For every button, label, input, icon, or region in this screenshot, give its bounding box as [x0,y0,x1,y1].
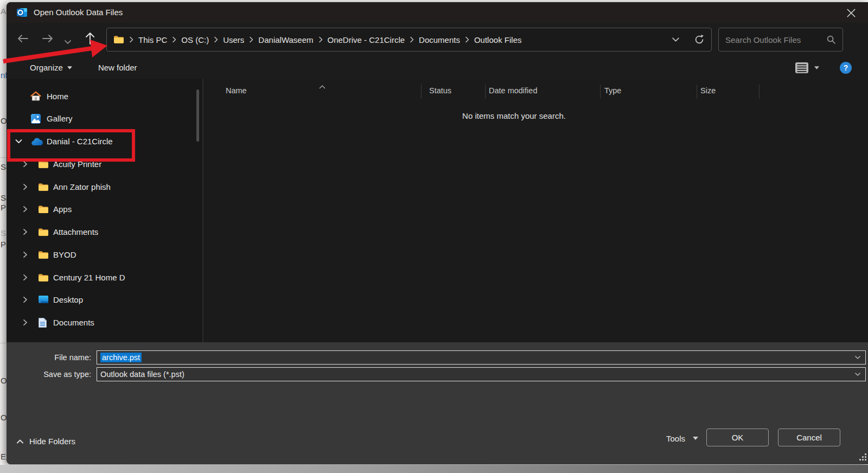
folder-icon[interactable] [113,35,124,44]
cancel-button[interactable]: Cancel [778,429,840,446]
chevron-right-icon [410,36,414,43]
chevron-right-icon[interactable] [23,251,28,258]
save-as-type-value: Outlook data files (*.pst) [100,370,184,379]
chevron-right-icon[interactable] [23,206,28,213]
chevron-right-icon[interactable] [23,228,28,235]
chevron-right-icon[interactable] [23,319,28,326]
folder-icon [38,228,49,237]
breadcrumb-segment[interactable]: Users [223,35,244,44]
column-header-type[interactable]: Type [604,86,621,95]
save-as-type-row: Save as type: Outlook data files (*.pst) [7,367,868,381]
file-name-input[interactable]: archive.pst [97,350,866,365]
sidebar-item-label: BYOD [53,250,76,259]
recent-locations-chevron-icon[interactable] [64,37,72,47]
address-dropdown-chevron-icon[interactable] [672,37,680,42]
breadcrumb-segment[interactable]: DanialWaseem [258,35,313,44]
chevron-right-icon [249,36,253,43]
hide-folders-button[interactable]: Hide Folders [16,434,75,448]
background-window-strip [0,465,868,473]
view-options-caret-icon[interactable] [814,66,819,69]
sidebar-item-gallery[interactable]: Gallery [7,107,202,130]
chevron-right-icon[interactable] [23,274,28,281]
save-as-type-select[interactable]: Outlook data files (*.pst) [97,367,866,381]
main-area: Home Gallery Danial - C21Circle [7,79,868,342]
column-header-date-modified[interactable]: Date modified [489,86,537,95]
sidebar-item-apps[interactable]: Apps [7,198,202,220]
folder-icon [38,205,49,214]
breadcrumb-segment[interactable]: OS (C:) [181,35,209,44]
column-header-status[interactable]: Status [429,86,451,95]
dropdown-caret-icon [67,66,72,69]
file-name-label: File name: [7,350,91,365]
address-bar[interactable]: This PC OS (C:) Users DanialWaseem OneDr… [106,28,712,52]
help-icon[interactable]: ? [840,62,852,74]
sidebar-item-ann-zator-phish[interactable]: Ann Zator phish [7,176,202,198]
dialog-title: Open Outlook Data Files [34,8,123,17]
back-icon[interactable] [16,33,29,46]
chevron-right-icon [214,36,218,43]
column-header-name[interactable]: Name [226,86,247,95]
dropdown-caret-icon [693,437,698,440]
breadcrumb-segment[interactable]: OneDrive - C21Circle [328,35,405,44]
breadcrumb: This PC OS (C:) Users DanialWaseem OneDr… [113,35,521,44]
sidebar-item-documents[interactable]: Documents [7,311,202,334]
close-icon[interactable] [846,8,856,18]
sidebar-item-label: Desktop [53,295,83,304]
chevron-up-icon [16,439,24,444]
chevron-right-icon[interactable] [23,183,28,190]
search-icon[interactable] [826,35,836,44]
column-divider[interactable] [759,85,760,99]
sidebar-scrollbar[interactable] [196,90,199,142]
ok-button[interactable]: OK [706,429,769,446]
sidebar-item-attachments[interactable]: Attachments [7,221,202,243]
screen: Ar nf Op Sa Sa PD Sa Pri Of Op Exi Open … [0,0,868,473]
column-divider[interactable] [485,85,486,99]
file-name-dropdown-chevron-icon[interactable] [854,355,861,360]
column-divider[interactable] [697,85,697,99]
column-divider[interactable] [421,85,422,99]
breadcrumb-segment[interactable]: Outlook Files [474,35,522,44]
view-options-icon[interactable] [795,62,809,74]
search-input[interactable] [725,35,826,44]
column-header-size[interactable]: Size [700,86,716,95]
sidebar-item-label: Attachments [53,227,98,237]
chevron-right-icon [465,36,469,43]
file-form-section: File name: archive.pst Save as type: Out… [7,342,868,464]
folder-icon [38,251,49,259]
sidebar-item-byod[interactable]: BYOD [7,244,202,266]
gallery-icon [30,113,41,124]
sidebar-item-label: Apps [53,204,72,214]
save-as-type-label: Save as type: [7,367,91,381]
breadcrumb-segment[interactable]: Documents [419,35,460,44]
annotation-highlight-rectangle [7,129,135,162]
new-folder-label: New folder [98,63,137,72]
hide-folders-label: Hide Folders [29,437,75,446]
tools-label: Tools [666,434,685,443]
chevron-right-icon[interactable] [23,296,28,303]
sidebar-item-label: Century 21 Home D [53,273,125,282]
new-folder-button[interactable]: New folder [98,63,137,72]
column-headers: Name Status Date modified Type Size [203,81,868,101]
sidebar-item-home[interactable]: Home [7,85,202,107]
save-as-type-dropdown-chevron-icon[interactable] [854,372,861,376]
resize-grip[interactable] [858,452,867,463]
organize-button[interactable]: Organize [30,63,72,72]
tools-button[interactable]: Tools [666,432,698,445]
sidebar-item-label: Documents [53,318,94,327]
background-divider [0,343,7,343]
sidebar-item-desktop[interactable]: Desktop [7,289,202,311]
sidebar-item-century-21-home-d[interactable]: Century 21 Home D [7,266,202,289]
column-divider[interactable] [600,85,601,99]
navigation-toolbar: This PC OS (C:) Users DanialWaseem OneDr… [7,23,868,56]
empty-list-message: No items match your search. [203,111,825,120]
search-box[interactable] [718,28,843,52]
title-bar[interactable]: Open Outlook Data Files [7,2,868,23]
chevron-right-icon [172,36,176,43]
file-name-value-selected[interactable]: archive.pst [100,353,142,362]
breadcrumb-segment[interactable]: This PC [138,35,167,44]
documents-icon [38,317,47,328]
refresh-icon[interactable] [694,34,705,45]
up-icon[interactable] [85,31,95,48]
forward-icon[interactable] [41,33,54,46]
home-icon [30,91,41,101]
